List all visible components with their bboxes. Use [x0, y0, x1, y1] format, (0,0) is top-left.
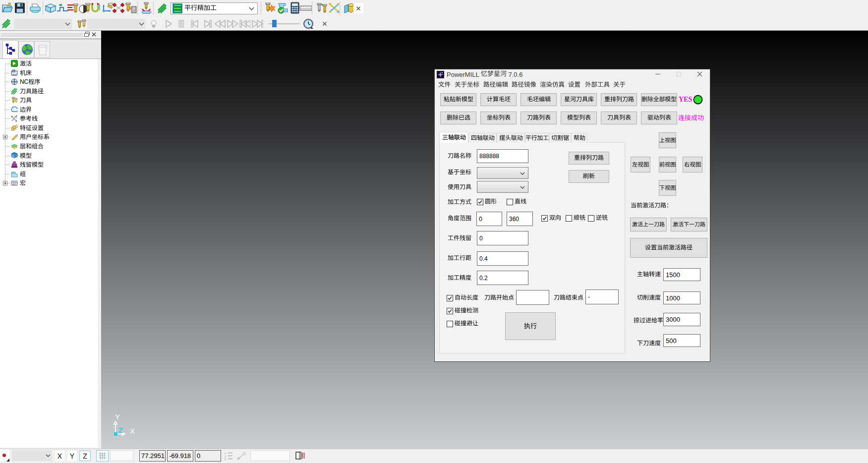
svg-text:Z: Z — [118, 426, 123, 434]
svg-text:X: X — [130, 427, 135, 435]
svg-text:Y: Y — [115, 412, 120, 421]
svg-text:z: z — [225, 458, 226, 461]
svg-text:N: N — [20, 79, 24, 85]
svg-text:C: C — [24, 79, 29, 85]
